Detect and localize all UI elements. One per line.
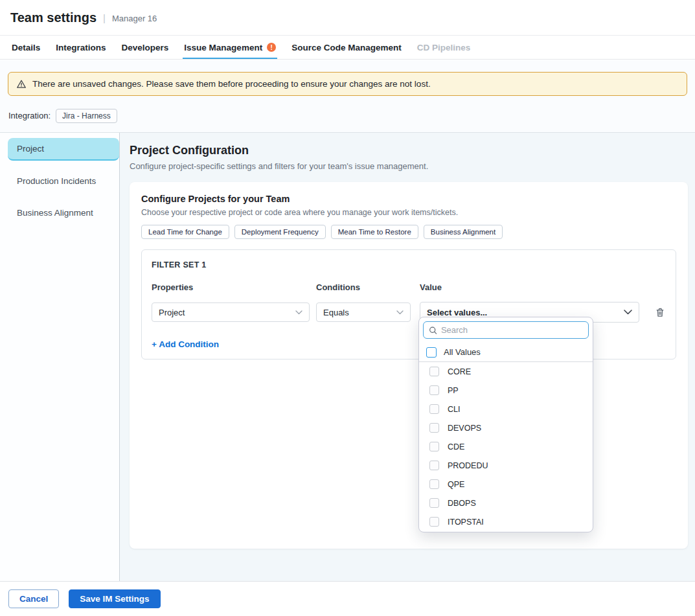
properties-select-value: Project bbox=[159, 308, 185, 317]
page-header: Team settings | Manager 16 bbox=[0, 0, 695, 36]
dropdown-option-qpe[interactable]: QPE bbox=[419, 475, 593, 494]
tab-bar: DetailsIntegrationsDevelopersIssue Manag… bbox=[0, 36, 695, 60]
properties-select[interactable]: Project bbox=[152, 302, 310, 322]
option-label: PRODEDU bbox=[448, 461, 488, 470]
delete-filter-button[interactable] bbox=[655, 307, 665, 318]
option-label: DEVOPS bbox=[448, 424, 481, 433]
checkbox-pp[interactable] bbox=[429, 385, 439, 395]
dropdown-option-core[interactable]: CORE bbox=[419, 362, 593, 381]
checkbox-cde[interactable] bbox=[429, 442, 439, 451]
option-label: DBOPS bbox=[448, 499, 476, 508]
dropdown-options-list: COREPPCLIDEVOPSCDEPRODEDUQPEDBOPSITOPSTA… bbox=[419, 362, 593, 532]
tab-issue-management[interactable]: Issue Management! bbox=[183, 36, 277, 59]
search-input[interactable] bbox=[441, 325, 583, 335]
tab-label: Details bbox=[12, 43, 40, 52]
section-subtitle: Configure project-specific settings and … bbox=[130, 161, 688, 172]
checkbox-itopstai[interactable] bbox=[429, 517, 439, 527]
tab-label: Developers bbox=[122, 43, 169, 52]
unsaved-changes-banner: There are unsaved changes. Please save t… bbox=[8, 72, 687, 96]
save-im-settings-button[interactable]: Save IM Settings bbox=[69, 589, 160, 608]
checkbox-dbops[interactable] bbox=[429, 498, 439, 508]
all-values-checkbox[interactable] bbox=[426, 347, 437, 358]
metric-chip-deployment-frequency: Deployment Frequency bbox=[234, 225, 326, 239]
page-subtitle: Manager 16 bbox=[112, 12, 157, 23]
option-label: CLI bbox=[448, 405, 460, 414]
metric-chip-mean-time-to-restore: Mean Time to Restore bbox=[331, 225, 418, 239]
value-column-label: Value bbox=[420, 282, 639, 292]
values-dropdown-panel: All Values COREPPCLIDEVOPSCDEPRODEDUQPED… bbox=[418, 317, 593, 532]
filter-set-1: FILTER SET 1 Properties Conditions Value… bbox=[141, 249, 676, 359]
warning-triangle-icon bbox=[16, 79, 27, 89]
footer-action-bar: Cancel Save IM Settings bbox=[0, 581, 695, 616]
checkbox-cli[interactable] bbox=[429, 404, 439, 414]
chevron-down-icon bbox=[295, 310, 302, 315]
tab-label: CD Pipelines bbox=[417, 43, 471, 52]
metric-chip-lead-time-for-change: Lead Time for Change bbox=[141, 225, 229, 239]
values-select-placeholder: Select values... bbox=[427, 308, 487, 317]
checkbox-core[interactable] bbox=[429, 367, 439, 376]
integration-row: Integration: Jira - Harness bbox=[0, 108, 695, 124]
metric-chip-business-alignment: Business Alignment bbox=[424, 225, 503, 239]
warning-badge: ! bbox=[267, 43, 276, 52]
sidebar-item-production-incidents[interactable]: Production Incidents bbox=[0, 170, 119, 192]
properties-column-label: Properties bbox=[152, 282, 310, 292]
integration-chip[interactable]: Jira - Harness bbox=[56, 109, 117, 123]
sidebar: ProjectProduction IncidentsBusiness Alig… bbox=[0, 133, 120, 589]
all-values-row[interactable]: All Values bbox=[419, 343, 593, 362]
filter-set-title: FILTER SET 1 bbox=[152, 260, 666, 269]
banner-text: There are unsaved changes. Please save t… bbox=[32, 79, 431, 89]
dropdown-option-pipe[interactable]: PIPE bbox=[419, 531, 593, 532]
tab-source-code-management[interactable]: Source Code Management bbox=[290, 36, 403, 59]
title-separator: | bbox=[103, 12, 106, 23]
checkbox-devops[interactable] bbox=[429, 423, 439, 433]
option-label: ITOPSTAI bbox=[448, 518, 484, 527]
checkbox-prodedu[interactable] bbox=[429, 461, 439, 470]
conditions-select[interactable]: Equals bbox=[316, 302, 411, 322]
checkbox-qpe[interactable] bbox=[429, 479, 439, 489]
option-label: CORE bbox=[448, 367, 471, 376]
add-condition-button[interactable]: + Add Condition bbox=[152, 339, 219, 349]
option-label: QPE bbox=[448, 480, 464, 489]
configure-projects-card: Configure Projects for your Team Choose … bbox=[130, 182, 688, 549]
chevron-down-icon bbox=[624, 310, 632, 315]
sidebar-item-project[interactable]: Project bbox=[8, 138, 119, 161]
chevron-down-icon bbox=[396, 310, 404, 315]
option-label: CDE bbox=[448, 442, 464, 451]
tab-details[interactable]: Details bbox=[10, 36, 41, 59]
card-subtitle: Choose your respective project or code a… bbox=[141, 208, 676, 217]
search-icon bbox=[429, 326, 437, 335]
main-panel: Project Configuration Configure project-… bbox=[120, 133, 695, 589]
metric-chips: Lead Time for ChangeDeployment Frequency… bbox=[141, 225, 676, 239]
filter-column-labels: Properties Conditions Value bbox=[152, 282, 666, 292]
tab-label: Source Code Management bbox=[291, 43, 402, 52]
trash-icon bbox=[655, 307, 665, 318]
dropdown-option-cli[interactable]: CLI bbox=[419, 400, 593, 418]
tab-label: Integrations bbox=[56, 43, 106, 52]
tab-cd-pipelines[interactable]: CD Pipelines bbox=[416, 36, 472, 59]
dropdown-option-devops[interactable]: DEVOPS bbox=[419, 418, 593, 437]
dropdown-option-pp[interactable]: PP bbox=[419, 381, 593, 400]
dropdown-search bbox=[423, 321, 589, 339]
sidebar-item-business-alignment[interactable]: Business Alignment bbox=[0, 201, 119, 224]
tab-developers[interactable]: Developers bbox=[120, 36, 170, 59]
conditions-select-value: Equals bbox=[323, 308, 349, 317]
dropdown-option-prodedu[interactable]: PRODEDU bbox=[419, 456, 593, 475]
page-title: Team settings bbox=[10, 10, 97, 25]
option-label: PP bbox=[448, 386, 459, 395]
cancel-button[interactable]: Cancel bbox=[8, 589, 59, 608]
dropdown-option-cde[interactable]: CDE bbox=[419, 437, 593, 456]
card-title: Configure Projects for your Team bbox=[141, 194, 676, 204]
section-title: Project Configuration bbox=[130, 144, 688, 157]
tab-integrations[interactable]: Integrations bbox=[54, 36, 107, 59]
tab-label: Issue Management bbox=[184, 43, 262, 52]
all-values-label: All Values bbox=[444, 347, 481, 357]
conditions-column-label: Conditions bbox=[316, 282, 411, 292]
dropdown-option-dbops[interactable]: DBOPS bbox=[419, 494, 593, 512]
integration-label: Integration: bbox=[8, 111, 51, 120]
dropdown-option-itopstai[interactable]: ITOPSTAI bbox=[419, 512, 593, 531]
